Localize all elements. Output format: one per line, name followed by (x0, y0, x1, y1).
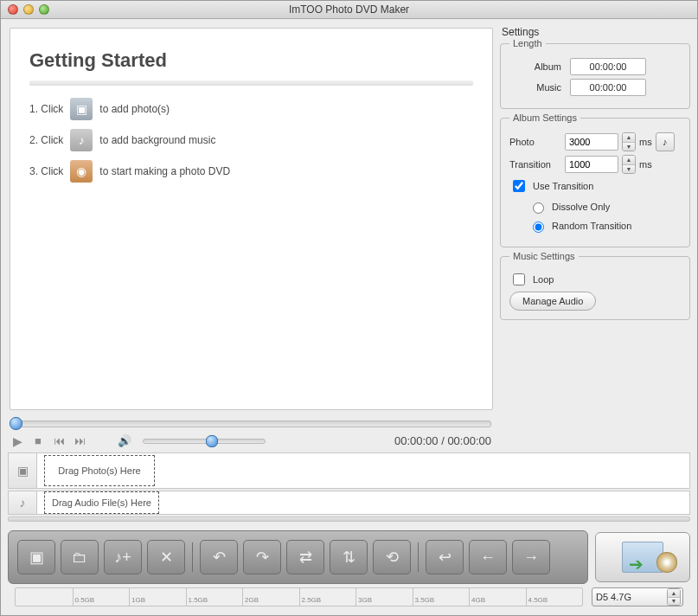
ruler-tick: 0.5GB (73, 588, 95, 606)
transition-ms-label: ms (639, 159, 652, 170)
volume-icon[interactable]: 🔊 (118, 435, 131, 447)
random-transition-label: Random Transition (552, 221, 631, 231)
settings-column: Settings Length Album 00:00:00 Music 00:… (498, 19, 697, 451)
flip-vertical-button[interactable]: ⇅ (330, 540, 368, 574)
photo-track-lane[interactable]: Drag Photo(s) Here (37, 452, 690, 489)
transition-duration-stepper[interactable]: ▲▼ (622, 155, 636, 174)
disk-usage-ruler: 0.5GB1GB1.5GB2GB2.5GB3GB3.5GB4GB4.5GB (15, 587, 583, 606)
disc-type-select[interactable]: D5 4.7G ▲▼ (592, 587, 683, 606)
titlebar: ImTOO Photo DVD Maker (1, 1, 697, 19)
transport-bar: ▶ ■ ⏮ ⏭ 🔊 00:00:00 / 00:00:00 (10, 429, 493, 451)
add-music-icon: ♪ (70, 129, 93, 151)
step-3: 3. Click ◉ to start making a photo DVD (29, 160, 473, 183)
ruler-tick: 1GB (129, 588, 145, 606)
transition-mode-group: Dissolve Only Random Transition (528, 200, 681, 233)
length-fieldset: Length Album 00:00:00 Music 00:00:00 (500, 43, 690, 109)
transition-duration-label: Transition (509, 159, 561, 170)
audio-track: ♪ Drag Audio File(s) Here (8, 491, 690, 515)
step-1: 1. Click ▣ to add photo(s) (29, 98, 473, 120)
photo-ms-label: ms (639, 137, 652, 147)
getting-started-title: Getting Started (29, 49, 473, 72)
music-length-label: Music (509, 82, 570, 93)
dissolve-only-radio[interactable] (533, 202, 544, 214)
toolbar-separator-2 (418, 542, 419, 572)
disk-ruler-row: 0.5GB1GB1.5GB2GB2.5GB3GB3.5GB4GB4.5GB D5… (1, 584, 697, 613)
toolbar-separator-1 (192, 542, 193, 572)
add-music-button[interactable]: ♪+ (104, 540, 142, 574)
volume-thumb[interactable] (206, 435, 218, 447)
audio-drop-zone[interactable]: Drag Audio File(s) Here (44, 491, 159, 514)
reset-button[interactable]: ⟲ (373, 540, 411, 574)
disc-type-stepper[interactable]: ▲▼ (667, 588, 681, 606)
random-transition-radio[interactable] (533, 221, 544, 233)
flip-horizontal-button[interactable]: ⇄ (286, 540, 324, 574)
loop-label: Loop (533, 274, 554, 285)
album-length-label: Album (509, 61, 570, 72)
burn-disc-icon (656, 552, 677, 573)
audio-track-icon[interactable]: ♪ (8, 491, 37, 515)
undo-button[interactable]: ↩ (426, 540, 464, 574)
play-button[interactable]: ▶ (11, 435, 23, 447)
volume-slider[interactable] (143, 439, 266, 444)
step2-suffix: to add background music (99, 134, 215, 146)
step-2: 2. Click ♪ to add background music (29, 129, 473, 151)
photo-duration-label: Photo (509, 137, 561, 147)
splitter[interactable] (8, 517, 690, 522)
settings-heading: Settings (502, 26, 690, 38)
burn-dvd-icon: ◉ (70, 160, 93, 183)
music-settings-fieldset: Music Settings Loop Manage Audio (500, 256, 690, 320)
add-folder-button[interactable]: 🗀 (61, 540, 99, 574)
step1-suffix: to add photo(s) (99, 103, 170, 115)
preview-panel: Getting Started 1. Click ▣ to add photo(… (10, 28, 493, 410)
move-left-button[interactable]: ← (469, 540, 507, 574)
ruler-tick: 2.5GB (299, 588, 322, 606)
use-transition-checkbox[interactable] (513, 180, 525, 192)
bottom-toolbar: ▣ 🗀 ♪+ ✕ ↶ ↷ ⇄ ⇅ ⟲ ↩ ← → (8, 530, 588, 584)
length-legend: Length (509, 38, 546, 48)
photo-music-link-button[interactable]: ♪ (656, 132, 675, 151)
delete-button[interactable]: ✕ (147, 540, 185, 574)
music-length-value: 00:00:00 (570, 79, 646, 96)
prev-button[interactable]: ⏮ (53, 435, 65, 447)
loop-checkbox[interactable] (513, 273, 525, 286)
photo-track: ▣ Drag Photo(s) Here (8, 452, 690, 489)
time-display: 00:00:00 / 00:00:00 (394, 434, 491, 447)
upper-panels: Getting Started 1. Click ▣ to add photo(… (1, 19, 697, 451)
playback-progress[interactable] (11, 420, 491, 427)
photo-track-icon[interactable]: ▣ (8, 452, 37, 489)
divider (29, 80, 473, 86)
step2-prefix: 2. Click (29, 134, 63, 146)
album-length-value: 00:00:00 (570, 58, 646, 75)
window-title: ImTOO Photo DVD Maker (1, 3, 697, 16)
move-right-button[interactable]: → (512, 540, 550, 574)
rotate-right-button[interactable]: ↷ (243, 540, 281, 574)
use-transition-label: Use Transition (533, 181, 593, 191)
audio-track-lane[interactable]: Drag Audio File(s) Here (37, 491, 690, 515)
progress-row (10, 410, 493, 429)
step3-prefix: 3. Click (29, 165, 63, 177)
manage-audio-button[interactable]: Manage Audio (509, 292, 596, 311)
disc-type-value: D5 4.7G (596, 592, 631, 602)
client-area: Getting Started 1. Click ▣ to add photo(… (1, 19, 697, 615)
music-settings-legend: Music Settings (509, 251, 579, 261)
photo-drop-zone[interactable]: Drag Photo(s) Here (44, 455, 155, 486)
rotate-left-button[interactable]: ↶ (200, 540, 238, 574)
transition-duration-input[interactable] (565, 156, 618, 173)
progress-thumb[interactable] (10, 417, 22, 430)
timeline-tracks: ▣ Drag Photo(s) Here ♪ Drag Audio File(s… (1, 451, 697, 515)
dissolve-only-label: Dissolve Only (552, 202, 610, 212)
ruler-tick: 4.5GB (526, 588, 548, 606)
ruler-tick: 3GB (355, 588, 372, 606)
burn-dvd-button[interactable]: ➔ (595, 532, 690, 582)
next-button[interactable]: ⏭ (74, 435, 86, 447)
ruler-tick: 2GB (242, 588, 259, 606)
ruler-tick: 1.5GB (186, 588, 208, 606)
step3-suffix: to start making a photo DVD (99, 165, 230, 177)
stop-button[interactable]: ■ (32, 435, 44, 447)
photo-duration-stepper[interactable]: ▲▼ (622, 132, 636, 151)
add-photo-button[interactable]: ▣ (17, 540, 55, 574)
photo-duration-input[interactable] (565, 133, 618, 151)
add-photo-icon: ▣ (70, 98, 93, 120)
ruler-tick: 3.5GB (413, 588, 435, 606)
burn-arrow-icon: ➔ (629, 554, 644, 574)
